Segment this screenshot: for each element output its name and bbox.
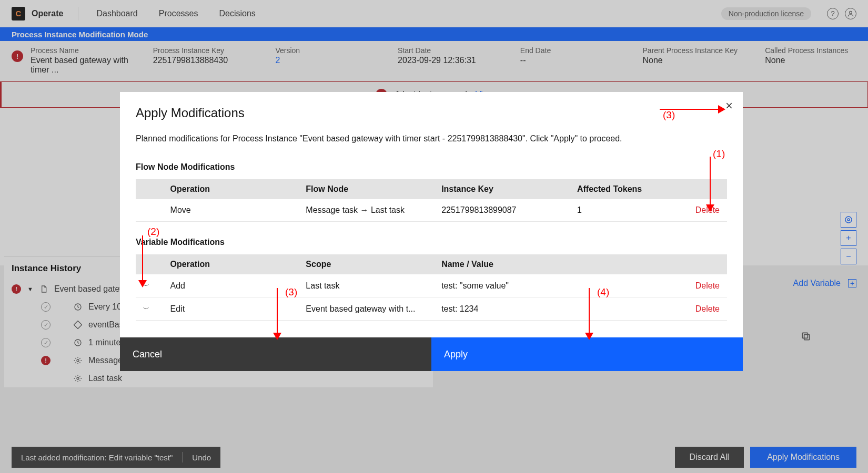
modal-title: Apply Modifications [136,106,727,120]
help-icon[interactable]: ? [827,8,839,19]
history-label: Last task [88,374,122,383]
clock-icon [73,337,83,348]
history-row[interactable]: Last task [4,369,433,387]
topbar: C Operate Dashboard Processes Decisions … [0,0,868,27]
expand-caret-icon[interactable]: ▼ [27,286,33,292]
col-scope: Scope [298,254,434,274]
cancel-label: Cancel [133,349,162,360]
label-instance-key: Process Instance Key [153,46,260,55]
cell-instance-key: 2251799813899087 [434,199,570,222]
col-name-value: Name / Value [434,254,570,274]
last-modification-text: Last added modification: Edit variable "… [21,453,173,462]
modal-cancel-button[interactable]: Cancel [120,337,431,371]
history-label: 1 minute [88,338,120,347]
modal-description: Planned modifications for Process Instan… [136,134,727,143]
col-instance-key: Instance Key [434,179,570,199]
variable-row: ﹀ Edit Event based gateway with t... tes… [136,297,727,321]
value-parent-key: None [643,56,750,65]
zoom-in-button[interactable]: + [841,230,856,246]
modal-apply-button[interactable]: Apply [431,337,743,371]
process-info: ! Process Name Event based gateway with … [0,41,868,81]
variable-row: ﹀ Add Last task test: "some value" Delet… [136,274,727,297]
discard-all-button[interactable]: Discard All [675,447,744,468]
label-parent-key: Parent Process Instance Key [643,46,750,55]
svg-point-6 [77,359,79,362]
col-operation: Operation [163,179,299,199]
apply-label: Apply [444,349,468,360]
expand-chevron-icon[interactable]: ﹀ [143,282,149,290]
divider [78,7,78,20]
zoom-reset-button[interactable] [841,212,856,228]
value-version[interactable]: 2 [275,56,382,65]
status-error-icon: ! [41,356,51,365]
svg-rect-4 [74,321,82,328]
copy-icon[interactable] [801,331,811,344]
cell-affected-tokens: 1 [570,199,673,222]
value-end-date: -- [520,56,627,65]
status-error-icon: ! [12,284,21,294]
status-error-icon: ! [12,50,23,62]
delete-link[interactable]: Delete [695,281,720,290]
delete-link[interactable]: Delete [695,304,720,313]
cell-scope: Event based gateway with t... [298,297,434,321]
label-process-name: Process Name [31,46,137,55]
task-gear-icon [73,373,83,384]
cell-name-value: test: "some value" [434,274,570,297]
delete-link[interactable]: Delete [695,205,720,214]
clock-icon [73,302,83,312]
nav-dashboard[interactable]: Dashboard [96,9,137,18]
undo-link[interactable]: Undo [192,453,211,462]
variable-table: Operation Scope Name / Value ﹀ Add Last … [136,254,727,321]
task-gear-icon [73,355,83,366]
apply-modifications-button[interactable]: Apply Modifications [750,447,856,468]
license-pill: Non-production license [721,7,811,20]
variable-section-header: Variable Modifications [136,238,727,247]
svg-point-7 [77,377,79,379]
value-start-date: 2023-09-29 12:36:31 [398,56,504,65]
expand-chevron-icon[interactable]: ﹀ [143,305,149,313]
svg-point-1 [845,217,852,223]
flow-node-row: Move Message task → Last task 2251799813… [136,199,727,222]
add-variable-action[interactable]: Add Variable + [793,279,856,288]
label-called: Called Process Instances [765,46,856,55]
mode-band-text: Process Instance Modification Mode [12,30,148,39]
modal-close-button[interactable] [725,100,733,112]
svg-point-2 [847,219,850,221]
label-version: Version [275,46,382,55]
label-end-date: End Date [520,46,627,55]
cell-flow-node: Message task → Last task [298,199,434,222]
apply-modifications-modal: Apply Modifications Planned modification… [120,92,743,371]
user-icon[interactable] [845,8,856,19]
flow-node-table: Operation Flow Node Instance Key Affecte… [136,179,727,222]
cell-scope: Last task [298,274,434,297]
label-start-date: Start Date [398,46,504,55]
nav-decisions[interactable]: Decisions [219,9,255,18]
cell-operation: Edit [163,297,299,321]
gateway-icon [73,320,83,330]
status-ok-icon: ✓ [41,338,51,347]
nav-processes[interactable]: Processes [159,9,198,18]
svg-rect-8 [804,335,810,340]
brand-logo: C [12,7,25,20]
modification-mode-band: Process Instance Modification Mode [0,27,868,41]
col-operation: Operation [163,254,299,274]
brand-name: Operate [32,9,63,18]
status-ok-icon: ✓ [41,320,51,330]
footer: Last added modification: Edit variable "… [12,447,856,468]
value-process-name: Event based gateway with timer ... [31,56,137,75]
value-instance-key: 2251799813888430 [153,56,260,65]
zoom-out-button[interactable]: − [841,249,856,264]
add-variable-label: Add Variable [793,279,841,288]
col-affected-tokens: Affected Tokens [570,179,673,199]
cell-operation: Add [163,274,299,297]
value-called: None [765,56,856,65]
document-icon [38,284,49,294]
status-ok-icon: ✓ [41,302,51,312]
cell-operation: Move [163,199,299,222]
flow-node-section-header: Flow Node Modifications [136,162,727,172]
svg-rect-9 [802,333,808,338]
col-flow-node: Flow Node [298,179,434,199]
svg-point-0 [850,11,852,14]
plus-icon: + [848,279,856,287]
cell-name-value: test: 1234 [434,297,570,321]
